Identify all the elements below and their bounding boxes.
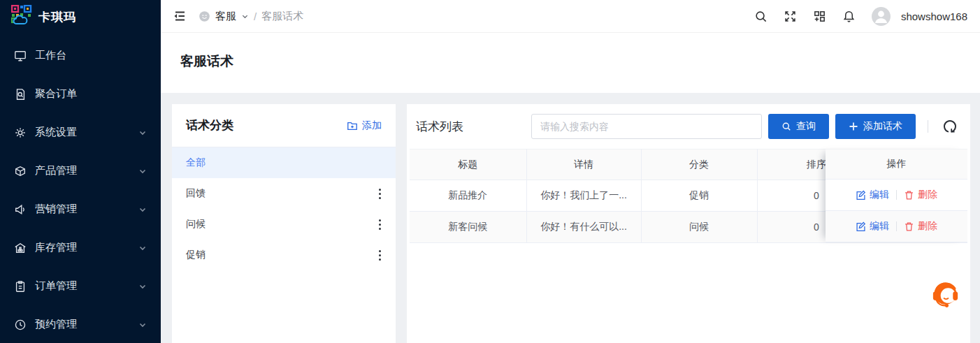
main-area: 客服 / 客服话术 showshow168 客服话术 (161, 0, 980, 343)
brand-header[interactable]: 卡琪玛 (0, 0, 161, 34)
sidebar-item-label: 库存管理 (35, 241, 77, 254)
category-panel: 话术分类 添加 全部 回馈 问候 (172, 104, 396, 343)
content-area: 话术分类 添加 全部 回馈 问候 (161, 93, 980, 343)
list-toolbar: 话术列表 查询 添加话术 (410, 114, 967, 149)
search-icon (781, 122, 791, 131)
category-item-label: 全部 (186, 156, 206, 169)
sidebar-item-workbench[interactable]: 工作台 (0, 36, 161, 75)
script-list-panel: 话术列表 查询 添加话术 (407, 104, 970, 343)
document-search-icon (14, 88, 27, 101)
sidebar-item-label: 订单管理 (35, 279, 77, 293)
delete-button[interactable]: 删除 (904, 220, 937, 233)
cell-detail: 你好！有什么可以... (526, 212, 641, 243)
chevron-down-icon (138, 244, 147, 252)
service-face-icon (199, 10, 210, 22)
edit-label: 编辑 (870, 220, 889, 233)
category-panel-title: 话术分类 (186, 117, 233, 133)
category-item-wenhou[interactable]: 问候 (172, 209, 396, 240)
chevron-down-icon[interactable] (241, 13, 249, 20)
clock-icon (14, 319, 27, 331)
script-table: 标题 详情 分类 排序 新品推介 你好！我们上了一... 促销 (410, 149, 967, 243)
category-item-label: 促销 (186, 249, 206, 261)
cell-category: 促销 (641, 180, 757, 212)
delete-button[interactable]: 删除 (904, 189, 937, 201)
bell-icon[interactable] (842, 10, 856, 23)
megaphone-icon (14, 203, 27, 216)
clipboard-icon (14, 280, 27, 293)
edit-button[interactable]: 编辑 (856, 189, 889, 201)
page-title: 客服话术 (180, 52, 960, 71)
sidebar-item-marketing-management[interactable]: 营销管理 (0, 190, 161, 228)
action-divider (896, 221, 897, 231)
breadcrumb-current: 客服话术 (261, 10, 303, 23)
add-script-label: 添加话术 (863, 120, 902, 133)
category-item-label: 问候 (186, 218, 206, 231)
topbar-actions: showshow168 (754, 7, 967, 26)
headset-agent-icon (929, 279, 962, 316)
trash-icon (904, 190, 914, 200)
app-window: 卡琪玛 工作台 聚合订单 系统设置 产品管理 营 (0, 0, 980, 343)
fixed-action-column: 操作 编辑 删除 (826, 149, 967, 242)
trash-icon (904, 221, 914, 232)
page-header: 客服话术 (161, 33, 980, 93)
add-category-label: 添加 (362, 119, 382, 132)
sidebar-item-label: 系统设置 (35, 126, 77, 139)
apps-grid-icon[interactable] (813, 10, 826, 23)
chevron-down-icon (138, 321, 147, 329)
gear-icon (14, 126, 27, 139)
col-category: 分类 (641, 149, 757, 180)
sidebar-item-appointment-management[interactable]: 预约管理 (0, 305, 161, 343)
sidebar-item-inventory-management[interactable]: 库存管理 (0, 228, 161, 267)
kebab-menu-icon[interactable] (377, 247, 383, 263)
delete-label: 删除 (918, 220, 937, 233)
sidebar-item-system-settings[interactable]: 系统设置 (0, 113, 161, 152)
sidebar-item-label: 营销管理 (35, 203, 77, 216)
chevron-down-icon (138, 167, 147, 175)
plus-icon (849, 122, 858, 131)
breadcrumb-separator: / (254, 10, 257, 22)
breadcrumb: 客服 / 客服话术 (199, 10, 303, 23)
list-title: 话术列表 (416, 119, 463, 135)
toolbar-controls: 查询 添加话术 (531, 114, 962, 139)
toolbar-divider (928, 120, 928, 133)
query-button-label: 查询 (796, 120, 816, 133)
search-input[interactable] (531, 114, 762, 139)
category-item-cuxiao[interactable]: 促销 (172, 240, 396, 270)
add-category-button[interactable]: 添加 (347, 119, 382, 132)
avatar[interactable] (872, 7, 891, 26)
row-actions: 编辑 删除 (826, 211, 967, 242)
kebab-menu-icon[interactable] (377, 217, 383, 233)
query-button[interactable]: 查询 (768, 114, 829, 139)
category-list: 全部 回馈 问候 促销 (172, 147, 396, 270)
chevron-down-icon (138, 205, 147, 214)
category-panel-header: 话术分类 添加 (172, 104, 396, 147)
row-actions: 编辑 删除 (826, 180, 967, 211)
customer-support-fab[interactable] (929, 279, 962, 316)
sidebar-item-order-management[interactable]: 订单管理 (0, 267, 161, 305)
kebab-menu-icon[interactable] (377, 186, 383, 202)
sidebar-item-product-management[interactable]: 产品管理 (0, 152, 161, 190)
edit-label: 编辑 (870, 189, 889, 201)
add-script-button[interactable]: 添加话术 (835, 114, 916, 139)
username[interactable]: showshow168 (901, 10, 967, 22)
sidebar-nav: 工作台 聚合订单 系统设置 产品管理 营销管理 (0, 34, 161, 343)
category-item-huikui[interactable]: 回馈 (172, 178, 396, 209)
fullscreen-icon[interactable] (784, 10, 797, 23)
box-icon (14, 165, 27, 177)
category-item-all[interactable]: 全部 (172, 147, 396, 178)
warehouse-icon (14, 242, 27, 254)
edit-icon (856, 221, 866, 232)
sidebar-fold-icon[interactable] (172, 8, 187, 24)
topbar: 客服 / 客服话术 showshow168 (161, 0, 980, 33)
chevron-down-icon (138, 282, 147, 291)
search-icon[interactable] (754, 10, 768, 23)
user-icon (872, 7, 891, 26)
edit-button[interactable]: 编辑 (856, 220, 889, 233)
cell-category: 问候 (641, 212, 757, 243)
sidebar-item-aggregated-orders[interactable]: 聚合订单 (0, 75, 161, 113)
sidebar-item-label: 工作台 (35, 49, 66, 62)
brand-name: 卡琪玛 (38, 9, 76, 25)
breadcrumb-section[interactable]: 客服 (215, 10, 236, 23)
sidebar-item-label: 聚合订单 (35, 87, 77, 101)
refresh-button[interactable] (938, 115, 962, 138)
